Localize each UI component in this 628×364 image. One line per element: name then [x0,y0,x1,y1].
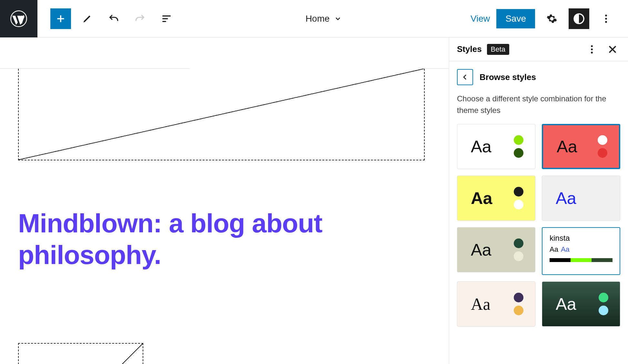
style-variation-cream[interactable]: Aa [457,281,535,327]
svg-point-5 [591,45,593,47]
post-heading[interactable]: Mindblown: a blog about philosophy. [18,207,341,271]
redo-icon[interactable] [130,8,150,29]
style-variation-kinsta[interactable]: kinsta Aa Aa [542,227,620,275]
sidebar-title: Styles [457,44,482,54]
svg-point-6 [591,48,593,50]
settings-icon[interactable] [542,8,562,29]
palette-preview [550,258,613,262]
style-variations-grid: Aa Aa Aa Aa Aa kinsta [449,124,628,327]
style-variation-name: kinsta [550,234,613,243]
style-preview-aa-small-accent: Aa [561,245,570,254]
style-preview-aa: Aa [471,295,491,314]
beta-badge: Beta [487,44,509,55]
style-preview-aa: Aa [557,137,577,156]
svg-point-7 [591,52,593,54]
wordpress-logo-icon[interactable] [0,0,37,37]
add-block-button[interactable] [50,8,71,29]
style-preview-aa: Aa [556,294,576,314]
style-variation-olive[interactable]: Aa [457,227,535,272]
undo-icon[interactable] [103,8,124,29]
style-preview-aa: Aa [471,240,491,259]
style-preview-aa-small: Aa [550,245,558,254]
style-preview-aa: Aa [471,188,492,208]
chevron-left-icon [461,73,469,81]
image-placeholder-block[interactable] [18,343,143,364]
style-variation-yellow[interactable]: Aa [457,176,535,221]
svg-point-4 [605,21,607,23]
svg-point-2 [605,15,607,16]
save-button[interactable]: Save [496,9,535,28]
back-button[interactable] [457,69,473,85]
style-preview-aa: Aa [556,188,576,208]
styles-sidebar: Styles Beta Browse styles Choose a diffe… [449,37,628,364]
style-variation-red[interactable]: Aa [542,124,620,169]
sidebar-description: Choose a different style combination for… [449,93,628,124]
chevron-down-icon [334,15,342,23]
template-name: Home [306,14,330,24]
style-preview-aa: Aa [471,137,491,156]
sidebar-section-title: Browse styles [480,72,536,82]
view-link[interactable]: View [471,14,490,24]
sidebar-more-icon[interactable] [584,42,600,57]
styles-panel-toggle-icon[interactable] [569,8,589,29]
style-variation-grey[interactable]: Aa [542,176,620,221]
style-variation-default[interactable]: Aa [457,124,535,169]
template-selector[interactable]: Home [177,14,471,24]
style-variation-darkgreen[interactable]: Aa [542,281,620,327]
image-placeholder-block[interactable] [18,69,425,160]
edit-tool-icon[interactable] [77,8,97,29]
list-view-icon[interactable] [156,8,177,29]
close-icon[interactable] [605,42,620,57]
svg-point-3 [605,18,607,20]
editor-canvas[interactable]: Mindblown: a blog about philosophy. [0,37,449,364]
editor-toolbar: Home View Save [0,0,628,37]
more-options-icon[interactable] [596,8,616,29]
